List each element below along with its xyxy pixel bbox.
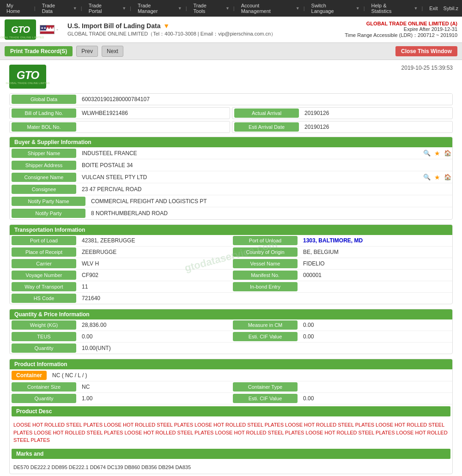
consignee-star-icon[interactable]: ★ xyxy=(434,174,440,181)
transportation-section: Transportation Information gtodataservic… xyxy=(9,224,453,304)
product-quantity-value: 1.00 xyxy=(78,393,231,404)
nav-trade-tools[interactable]: Trade Tools xyxy=(191,2,222,15)
top-navigation: My Home | Trade Data ▼ | Trade Portal ▼ … xyxy=(0,0,462,17)
page-title: U.S. Import Bill of Lading Data ▼ xyxy=(67,22,345,30)
quantity-price-header: Quantity & Price Information xyxy=(10,309,452,319)
container-size-label: Container Size xyxy=(12,382,76,392)
buyer-supplier-header: Buyer & Supplier Information xyxy=(10,137,452,147)
teus-label: TEUS xyxy=(12,332,76,341)
master-bol-label: Mater BOL No. xyxy=(12,122,76,132)
flag-icon: ★★★★★★ xyxy=(40,25,55,34)
shipper-name-actions: 🔍 ★ 🏠 xyxy=(422,150,452,157)
global-data-label: Global Data xyxy=(12,95,76,104)
teus-value: 0.00 xyxy=(78,331,231,342)
voyage-number-label: Voyage Number xyxy=(12,271,76,280)
quantity-row: Quantity 10.00(UNT) xyxy=(10,343,452,354)
port-of-unload-value: 1303, BALTIMORE, MD xyxy=(299,235,452,246)
buyer-supplier-section: Buyer & Supplier Information Shipper Nam… xyxy=(9,137,453,220)
nav-switch-language[interactable]: Switch Language xyxy=(309,2,352,15)
quantity-label: Quantity xyxy=(12,343,76,353)
consignee-name-actions: 🔍 ★ 🏠 xyxy=(422,174,452,181)
main-content: GTO GLOBAL TRADE ONLINE LIMITED 2019-10-… xyxy=(0,60,462,476)
master-bol-value xyxy=(78,125,230,129)
logo-area: GTO GLOBAL TRADE ONLINE LIMITED ★★★★★★ - xyxy=(5,19,60,40)
receipt-row: Place of Receipt ZEEBRUGGE Country of Or… xyxy=(10,247,452,258)
nav-trade-portal[interactable]: Trade Portal xyxy=(86,2,119,15)
product-esti-cif-label: Esti. CIF Value xyxy=(233,394,298,403)
way-of-transport-value: 11 xyxy=(78,282,231,292)
prev-button-top[interactable]: Prev xyxy=(76,46,98,57)
nav-user: Sybil.z xyxy=(444,6,458,11)
consignee-name-row: Consignee Name VULCAN STEEL PTY LTD 🔍 ★ … xyxy=(10,171,452,183)
esti-cif-value: 0.00 xyxy=(299,331,452,342)
consignee-value: 23 47 PERCIVAL ROAD xyxy=(78,184,452,194)
shipper-name-value: INDUSTEEL FRANCE xyxy=(78,148,420,158)
container-size-value: NC xyxy=(78,382,231,392)
weight-row: Weight (KG) 28,836.00 Measure in CM 0.00 xyxy=(10,319,452,331)
weight-value: 28,836.00 xyxy=(78,320,231,330)
consignee-label: Consignee xyxy=(12,185,76,194)
manifest-no-label: Manifest No. xyxy=(233,271,298,280)
carrier-value: WLV H xyxy=(78,259,231,269)
nav-exit[interactable]: Exit xyxy=(426,5,440,12)
hs-code-value: 721640 xyxy=(78,293,231,303)
voyage-number-value: CF902 xyxy=(78,270,231,280)
nav-account-management[interactable]: Account Management xyxy=(238,2,292,15)
product-header: Product Information xyxy=(10,359,452,369)
dropdown-icon[interactable]: ▼ xyxy=(163,22,170,30)
container-type-value xyxy=(299,385,452,389)
nav-trade-manager[interactable]: Trade Manager xyxy=(135,2,174,15)
shipper-name-row: Shipper Name INDUSTEEL FRANCE 🔍 ★ 🏠 xyxy=(10,147,452,159)
print-button-top[interactable]: Print Trade Record(S) xyxy=(5,46,73,56)
container-button[interactable]: Container xyxy=(12,371,47,380)
container-size-row: Container Size NC Container Type xyxy=(10,381,452,393)
next-button-top[interactable]: Next xyxy=(102,46,123,57)
in-bond-entry-label: In-bond Entry xyxy=(233,282,298,291)
header-right: GLOBAL TRADE ONLINE LIMITED (A) Expire A… xyxy=(345,21,457,39)
close-button-top[interactable]: Close This Window xyxy=(395,46,457,56)
place-of-receipt-value: ZEEBRUGGE xyxy=(78,247,231,257)
carrier-label: Carrier xyxy=(12,259,76,268)
company-name: GLOBAL TRADE ONLINE LIMITED (A) xyxy=(345,21,457,26)
shipper-search-icon[interactable]: 🔍 xyxy=(423,150,431,157)
product-section: Product Information Container NC ( NC / … xyxy=(9,359,453,474)
place-of-receipt-label: Place of Receipt xyxy=(12,247,76,257)
consignee-home-icon[interactable]: 🏠 xyxy=(444,174,451,181)
esti-cif-label: Esti. CIF Value xyxy=(233,332,298,341)
shipper-home-icon[interactable]: 🏠 xyxy=(444,150,451,157)
gto-logo: GTO GLOBAL TRADE ONLINE LIMITED xyxy=(5,19,36,40)
bol-label: Bill of Lading No. xyxy=(12,108,76,118)
doc-logo: GTO GLOBAL TRADE ONLINE LIMITED xyxy=(9,65,46,89)
product-desc-label: Product Desc xyxy=(12,406,450,416)
time-range: Time Range Accessible (LDR)：200712 ~ 201… xyxy=(345,32,457,39)
shipper-name-label: Shipper Name xyxy=(12,149,76,158)
nav-help-statistics[interactable]: Help & Statistics xyxy=(369,2,410,15)
doc-logo-sub: GLOBAL TRADE ONLINE LIMITED xyxy=(6,82,49,84)
consignee-search-icon[interactable]: 🔍 xyxy=(423,174,431,181)
notify-party-name-label: Notify Party Name xyxy=(12,197,85,206)
port-of-unload-label: Port of Unload xyxy=(233,236,298,245)
nav-trade-data[interactable]: Trade Data xyxy=(39,2,69,15)
consignee-name-value: VULCAN STEEL PTY LTD xyxy=(78,172,420,182)
doc-logo-box: GTO GLOBAL TRADE ONLINE LIMITED xyxy=(9,65,46,89)
quantity-value: 10.00(UNT) xyxy=(78,343,231,353)
doc-timestamp: 2019-10-25 15:39:53 xyxy=(401,65,453,71)
container-type-label: Container Type xyxy=(233,382,298,392)
country-of-origin-value: BE, BELGIUM xyxy=(299,247,452,257)
transportation-header: Transportation Information xyxy=(10,225,452,235)
shipper-address-label: Shipper Address xyxy=(12,161,76,170)
action-bar-top: Print Trade Record(S) Prev Next Close Th… xyxy=(0,43,462,60)
product-desc-section: Product Desc LOOSE HOT ROLLED STEEL PLAT… xyxy=(10,406,452,447)
teus-row: TEUS 0.00 Esti. CIF Value 0.00 xyxy=(10,331,452,343)
port-of-load-label: Port of Load xyxy=(12,236,76,245)
product-quantity-row: Quantity 1.00 Esti. CIF Value 0.00 xyxy=(10,393,452,404)
notify-party-value: 8 NORTHUMBERLAND ROAD xyxy=(87,208,452,218)
shipper-address-value: BOITE POSTALE 34 xyxy=(78,160,452,170)
hs-code-row: HS Code 721640 xyxy=(10,293,452,304)
nav-my-home[interactable]: My Home xyxy=(4,2,30,15)
esti-arrival-value: 20190126 xyxy=(301,122,452,132)
quantity-price-section: Quantity & Price Information Weight (KG)… xyxy=(9,309,453,354)
notify-party-label: Notify Party xyxy=(12,209,85,218)
shipper-star-icon[interactable]: ★ xyxy=(434,150,440,157)
shipper-address-row: Shipper Address BOITE POSTALE 34 xyxy=(10,159,452,171)
